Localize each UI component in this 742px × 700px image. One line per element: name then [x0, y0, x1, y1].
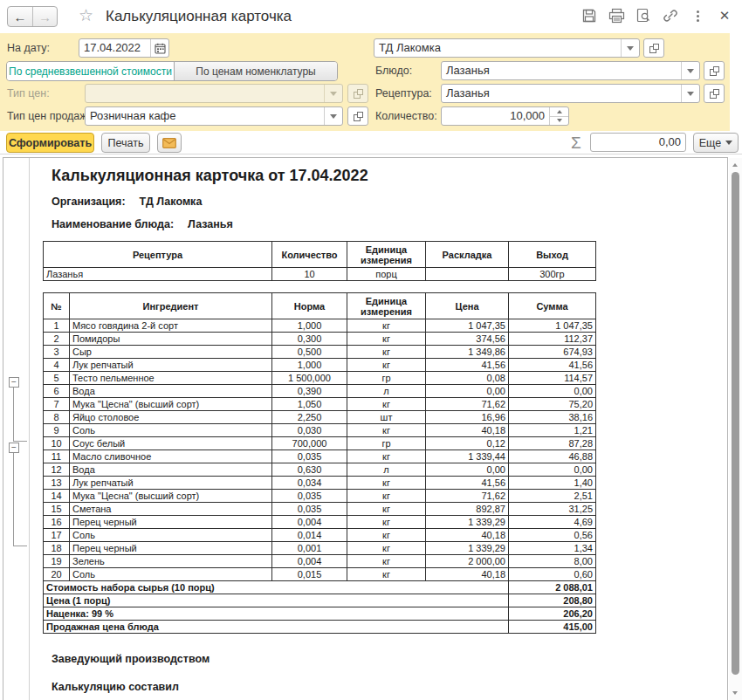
total-row: Продажная цена блюда 415,00	[44, 621, 596, 634]
dropdown-arrow-icon	[687, 69, 694, 73]
total-row: Наценка: 99 % 206,20	[44, 607, 596, 621]
recipe-choose-button[interactable]	[704, 84, 725, 103]
total-row: Стоимость набора сырья (10 порц) 2 088,0…	[44, 581, 596, 594]
ingredient-row: 9 Соль 0,030 кг 40,18 1,21	[44, 424, 596, 437]
sale-price-type-choose-button[interactable]	[347, 106, 368, 126]
ingredient-row: 6 Вода 0,390 л 0,00 0,00	[44, 385, 596, 398]
recipe-table-head: РецептураКоличествоЕдиница измеренияРаск…	[44, 242, 596, 268]
collapse-group-button[interactable]: −	[9, 377, 19, 388]
quantity-stepper[interactable]: 10,000	[441, 106, 569, 126]
dish-field[interactable]: Лазанья	[441, 61, 700, 80]
organization-dropdown[interactable]	[621, 39, 639, 57]
favorite-star-icon[interactable]: ☆	[79, 7, 93, 24]
scrollbar-up-icon[interactable]	[732, 163, 738, 167]
date-input[interactable]: 17.04.2022	[79, 38, 169, 58]
save-icon	[581, 8, 597, 24]
ingredient-row: 14 Мука "Цесна" (высший сорт) 0,035 кг 7…	[44, 490, 596, 503]
nav-history-group: ← →	[7, 6, 58, 27]
price-type-label: Тип цен:	[7, 84, 50, 103]
column-header: Единица измерения	[347, 242, 426, 268]
dish-name-label: Наименование блюда:	[52, 218, 174, 230]
organization-field[interactable]: ТД Лакомка	[374, 38, 640, 58]
forward-button[interactable]: →	[32, 7, 57, 26]
ingredient-row: 13 Лук репчатый 0,034 кг 41,56 1,40	[44, 477, 596, 490]
back-icon: ←	[14, 10, 27, 24]
org-value: ТД Лакомка	[140, 196, 203, 208]
recipe-label: Рецептура:	[375, 84, 432, 103]
toggle-average-cost[interactable]: По средневзвешенной стоимости	[7, 62, 175, 80]
column-header: Выход	[509, 242, 596, 268]
ingredient-row: 8 Яйцо столовое 2,250 шт 16,96 38,16	[44, 411, 596, 424]
ingredients-table: №ИнгредиентНормаЕдиница измеренияЦенаСум…	[43, 292, 596, 634]
report-org-line: Организация:ТД Лакомка	[52, 196, 715, 208]
print-button[interactable]	[608, 7, 625, 24]
quantity-label: Количество:	[375, 106, 437, 126]
choose-icon	[354, 89, 363, 99]
sum-input[interactable]: 0,00	[590, 133, 686, 152]
more-menu-button[interactable]	[689, 7, 706, 24]
org-label: Организация:	[52, 196, 126, 208]
action-toolbar: Сформировать Печать Σ 0,00 Еще	[0, 131, 742, 155]
spin-down-button[interactable]	[550, 116, 568, 126]
save-button[interactable]	[581, 7, 598, 24]
dish-choose-button[interactable]	[704, 61, 725, 80]
report-title: Калькуляционная карточка от 17.04.2022	[52, 167, 715, 185]
recipe-dropdown[interactable]	[681, 85, 699, 102]
ingredients-table-head: №ИнгредиентНормаЕдиница измеренияЦенаСум…	[44, 293, 596, 319]
price-type-field	[85, 84, 343, 103]
report-content: Калькуляционная карточка от 17.04.2022 О…	[31, 158, 715, 700]
choose-icon	[649, 44, 659, 53]
column-header: Ингредиент	[70, 293, 272, 319]
sale-price-type-label: Тип цен продаж:	[7, 106, 90, 126]
generate-button[interactable]: Сформировать	[6, 133, 94, 153]
recipe-field[interactable]: Лазанья	[441, 84, 700, 103]
sale-price-type-field[interactable]: Розничная кафе	[85, 106, 343, 126]
totals-body: Стоимость набора сырья (10 порц) 2 088,0…	[44, 581, 596, 634]
close-icon: ✕	[719, 8, 731, 24]
ingredient-row: 10 Соус белый 700,000 гр 0,12 87,28	[44, 437, 596, 450]
print-report-button[interactable]: Печать	[101, 133, 150, 153]
sale-price-type-dropdown[interactable]	[324, 107, 342, 125]
grouping-gutter: − −	[3, 158, 30, 700]
report-dish-line: Наименование блюда:Лазанья	[52, 218, 715, 230]
spin-up-button[interactable]	[550, 107, 568, 116]
filter-panel: На дату: 17.04.2022 ТД Лакомка По средне…	[0, 33, 730, 131]
dish-dropdown[interactable]	[681, 62, 699, 79]
scrollbar-down-icon[interactable]	[732, 691, 738, 695]
column-header: Цена	[426, 293, 509, 319]
scrollbar-thumb[interactable]	[732, 172, 739, 675]
column-header: Единица измерения	[347, 293, 426, 319]
ingredient-row: 20 Соль 0,015 кг 40,18 0,60	[44, 568, 596, 581]
ingredient-row: 19 Зелень 0,004 кг 2 000,00 8,00	[44, 555, 596, 568]
envelope-icon	[162, 138, 176, 148]
ingredient-row: 4 Лук репчатый 1,000 кг 41,56 41,56	[44, 359, 596, 372]
collapse-group-button[interactable]: −	[9, 443, 19, 453]
preview-button[interactable]	[635, 7, 652, 24]
forward-icon: →	[38, 10, 52, 24]
report-area: − − Калькуляционная карточка от 17.04.20…	[3, 157, 728, 700]
recipe-table: РецептураКоличествоЕдиница измеренияРаск…	[43, 241, 596, 281]
close-button[interactable]: ✕	[716, 7, 733, 24]
price-type-dropdown	[324, 85, 342, 102]
ingredient-row: 7 Мука "Цесна" (высший сорт) 1,050 кг 71…	[44, 398, 596, 411]
column-header: Количество	[272, 242, 347, 268]
ingredient-row: 15 Сметана 0,035 кг 892,87 31,25	[44, 503, 596, 516]
get-link-button[interactable]	[662, 7, 679, 24]
back-button[interactable]: ←	[8, 7, 32, 26]
send-email-button[interactable]	[157, 133, 182, 153]
more-actions-button[interactable]: Еще	[693, 133, 739, 153]
calendar-button[interactable]	[150, 39, 168, 57]
column-header: Раскладка	[426, 242, 509, 268]
date-label: На дату:	[7, 38, 50, 58]
toggle-nomenclature-prices[interactable]: По ценам номенклатуры	[175, 62, 337, 80]
dropdown-arrow-icon	[330, 114, 337, 119]
vertical-scrollbar[interactable]	[729, 158, 742, 700]
ingredient-row: 18 Перец черный 0,001 кг 1 339,29 1,34	[44, 542, 596, 555]
choose-icon	[710, 66, 719, 76]
signature-calculated-by: Калькуляцию составил	[52, 681, 715, 693]
choose-icon	[354, 112, 363, 121]
ingredient-row: 17 Соль 0,014 кг 40,18 0,56	[44, 529, 596, 542]
column-header: Норма	[272, 293, 347, 319]
organization-choose-button[interactable]	[643, 38, 664, 58]
ingredient-row: 1 Мясо говядина 2-й сорт 1,000 кг 1 047,…	[44, 319, 596, 333]
